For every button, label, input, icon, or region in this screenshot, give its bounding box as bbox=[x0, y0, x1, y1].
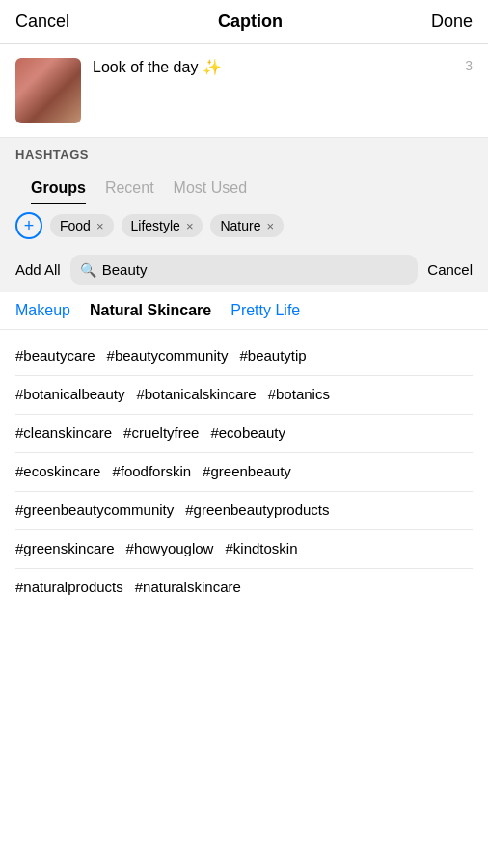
done-button[interactable]: Done bbox=[431, 12, 473, 32]
tab-groups[interactable]: Groups bbox=[31, 172, 105, 204]
chip-lifestyle[interactable]: Lifestyle × bbox=[122, 214, 203, 237]
divider bbox=[15, 529, 473, 530]
hashtag-row-2: #botanicalbeauty #botanicalskincare #bot… bbox=[15, 378, 473, 410]
char-count: 3 bbox=[465, 58, 473, 73]
search-input[interactable] bbox=[102, 261, 409, 278]
hashtag-row-6: #greenskincare #howyouglow #kindtoskin bbox=[15, 532, 473, 564]
divider bbox=[15, 568, 473, 569]
page-title: Caption bbox=[218, 12, 283, 32]
divider bbox=[15, 452, 473, 453]
caption-text-area[interactable]: Look of the day ✨ bbox=[93, 58, 473, 123]
header: Cancel Caption Done bbox=[0, 0, 488, 44]
chip-nature-remove[interactable]: × bbox=[267, 219, 275, 233]
caption-text: Look of the day ✨ bbox=[93, 58, 473, 76]
hashtag-row-3: #cleanskincare #crueltyfree #ecobeauty bbox=[15, 417, 473, 448]
hashtag-naturalproducts[interactable]: #naturalproducts bbox=[15, 571, 135, 603]
chip-food-remove[interactable]: × bbox=[96, 219, 104, 233]
hashtag-row-7: #naturalproducts #naturalskincare bbox=[15, 571, 473, 603]
hashtag-greenbeautyproducts[interactable]: #greenbeautyproducts bbox=[185, 494, 340, 526]
hashtag-greenbeautycommunity[interactable]: #greenbeautycommunity bbox=[15, 494, 185, 526]
hashtag-row-1: #beautycare #beautycommunity #beautytip bbox=[15, 339, 473, 371]
tab-most-used[interactable]: Most Used bbox=[174, 172, 266, 204]
hashtag-crueltyfree[interactable]: #crueltyfree bbox=[123, 417, 210, 448]
hashtag-howyouglow[interactable]: #howyouglow bbox=[126, 532, 226, 564]
hashtag-naturalskincare[interactable]: #naturalskincare bbox=[135, 571, 253, 603]
chip-nature[interactable]: Nature × bbox=[210, 214, 284, 237]
hashtag-greenbeauty[interactable]: #greenbeauty bbox=[203, 455, 303, 487]
chip-lifestyle-remove[interactable]: × bbox=[186, 219, 194, 233]
chip-food[interactable]: Food × bbox=[50, 214, 114, 237]
divider bbox=[15, 414, 473, 415]
chip-food-label: Food bbox=[60, 218, 91, 233]
search-icon: 🔍 bbox=[80, 262, 96, 278]
hashtags-section: HASHTAGS Groups Recent Most Used bbox=[0, 138, 488, 204]
cancel-search-button[interactable]: Cancel bbox=[427, 261, 473, 278]
cancel-button[interactable]: Cancel bbox=[15, 12, 69, 32]
chip-lifestyle-label: Lifestyle bbox=[131, 218, 180, 233]
hashtag-beautycare[interactable]: #beautycare bbox=[15, 339, 107, 371]
tab-recent[interactable]: Recent bbox=[105, 172, 174, 204]
hashtag-greenskincare[interactable]: #greenskincare bbox=[15, 532, 126, 564]
caption-thumbnail bbox=[15, 58, 81, 123]
hashtag-foodforskin[interactable]: #foodforskin bbox=[112, 455, 203, 487]
hashtag-row-5: #greenbeautycommunity #greenbeautyproduc… bbox=[15, 494, 473, 526]
hashtags-label: HASHTAGS bbox=[15, 148, 473, 162]
divider bbox=[15, 491, 473, 492]
hashtag-row-4: #ecoskincare #foodforskin #greenbeauty bbox=[15, 455, 473, 487]
hashtag-botanicalskincare[interactable]: #botanicalskincare bbox=[136, 378, 267, 410]
hashtag-ecobeauty[interactable]: #ecobeauty bbox=[210, 417, 297, 448]
group-tabs-row: Makeup Natural Skincare Pretty Life bbox=[0, 292, 488, 330]
hashtag-botanics[interactable]: #botanics bbox=[268, 378, 341, 410]
tabs-row: Groups Recent Most Used bbox=[15, 172, 473, 204]
group-tab-makeup[interactable]: Makeup bbox=[15, 302, 70, 319]
hashtags-list: #beautycare #beautycommunity #beautytip … bbox=[0, 330, 488, 616]
hashtag-beautycommunity[interactable]: #beautycommunity bbox=[107, 339, 240, 371]
search-bar: 🔍 bbox=[70, 255, 419, 285]
caption-area: Look of the day ✨ 3 bbox=[0, 44, 488, 138]
add-all-button[interactable]: Add All bbox=[15, 261, 61, 278]
hashtag-botanicalbeauty[interactable]: #botanicalbeauty bbox=[15, 378, 136, 410]
groups-row: + Food × Lifestyle × Nature × bbox=[0, 204, 488, 247]
group-tab-pretty-life[interactable]: Pretty Life bbox=[230, 302, 300, 319]
hashtag-beautytip[interactable]: #beautytip bbox=[239, 339, 317, 371]
hashtag-kindtoskin[interactable]: #kindtoskin bbox=[225, 532, 309, 564]
chip-nature-label: Nature bbox=[220, 218, 260, 233]
divider bbox=[15, 375, 473, 376]
add-group-button[interactable]: + bbox=[15, 212, 42, 239]
search-row: Add All 🔍 Cancel bbox=[0, 247, 488, 292]
hashtag-cleanskincare[interactable]: #cleanskincare bbox=[15, 417, 123, 448]
group-tab-natural-skincare[interactable]: Natural Skincare bbox=[90, 302, 211, 319]
hashtag-ecoskincare[interactable]: #ecoskincare bbox=[15, 455, 112, 487]
thumbnail-image bbox=[15, 58, 81, 123]
